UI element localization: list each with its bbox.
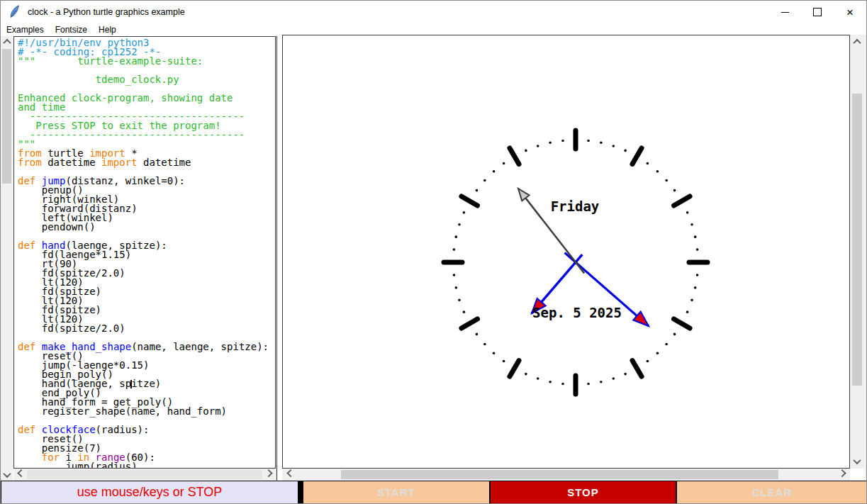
- minute-dot: [561, 383, 564, 386]
- minute-dot: [656, 352, 659, 354]
- code-line: ------------------------------------: [18, 130, 275, 140]
- code-scroll-right-arrow[interactable]: [262, 469, 274, 480]
- minute-dot: [673, 189, 676, 192]
- hour-tick: [632, 148, 642, 164]
- minute-dot: [587, 140, 590, 142]
- chevron-up-icon: [3, 39, 11, 47]
- code-line: jump(radius): [18, 462, 275, 469]
- minute-dot: [458, 299, 461, 302]
- minute-dot: [600, 381, 603, 383]
- minute-dot: [463, 211, 466, 214]
- window-title: clock - a Python turtle graphics example: [28, 1, 185, 23]
- code-vertical-scrollbar[interactable]: [1, 36, 13, 481]
- hour-tick: [674, 196, 690, 206]
- minute-dot: [694, 235, 697, 238]
- minute-dot: [673, 333, 676, 336]
- hour-tick: [462, 319, 478, 328]
- minute-dot: [493, 352, 496, 354]
- stop-button[interactable]: STOP: [491, 481, 676, 503]
- canvas-vertical-scrollbar[interactable]: [850, 35, 864, 469]
- minimize-button[interactable]: [768, 1, 801, 23]
- minute-dot: [454, 286, 457, 289]
- minute-dot: [463, 310, 466, 313]
- minute-dot: [624, 373, 627, 376]
- chevron-down-icon: [853, 457, 861, 464]
- code-line: tdemo_clock.py: [18, 75, 275, 84]
- chevron-right-icon: [838, 469, 846, 477]
- minute-dot: [483, 343, 486, 346]
- minute-dot: [624, 150, 627, 152]
- minute-dot: [549, 381, 552, 383]
- menu-item-help[interactable]: Help: [93, 23, 122, 36]
- maximize-button[interactable]: [801, 1, 834, 23]
- chevron-right-icon: [264, 469, 272, 477]
- close-icon: ×: [846, 6, 854, 18]
- minute-dot: [696, 248, 699, 251]
- close-button[interactable]: ×: [834, 1, 866, 23]
- hour-tick: [632, 361, 642, 377]
- code-scroll-down-arrow[interactable]: [1, 469, 13, 481]
- minute-dot: [696, 274, 699, 276]
- minimize-icon: [781, 12, 789, 13]
- canvas-vscroll-thumb[interactable]: [852, 94, 862, 386]
- turtledemo-window: clock - a Python turtle graphics example…: [0, 0, 867, 504]
- minute-dot: [587, 383, 590, 386]
- minute-dot: [503, 162, 505, 165]
- canvas-scroll-down-arrow[interactable]: [851, 456, 863, 467]
- turtle-canvas[interactable]: FridaySep. 5 2025: [282, 35, 850, 469]
- minute-dot: [476, 189, 479, 192]
- hour-tick: [674, 319, 690, 328]
- code-vscroll-thumb[interactable]: [2, 49, 11, 184]
- hour-tick: [510, 361, 519, 377]
- code-line: register_shape(name, hand_form): [18, 407, 275, 416]
- menu-item-fontsize[interactable]: Fontsize: [50, 23, 93, 36]
- code-text[interactable]: #!/usr/bin/env python3# -*- coding: cp12…: [13, 36, 276, 469]
- code-scroll-left-arrow[interactable]: [15, 469, 27, 480]
- code-scroll-up-arrow[interactable]: [1, 36, 13, 47]
- minute-dot: [600, 141, 603, 144]
- minute-dot: [665, 179, 668, 182]
- chevron-left-icon: [17, 469, 25, 477]
- minute-dot: [453, 274, 456, 276]
- minute-dot: [613, 377, 615, 380]
- title-bar[interactable]: clock - a Python turtle graphics example…: [1, 1, 866, 23]
- minute-dot: [686, 211, 689, 214]
- canvas-hscroll-thumb[interactable]: [341, 470, 778, 479]
- code-horizontal-scrollbar[interactable]: [13, 469, 276, 481]
- canvas-scroll-up-arrow[interactable]: [851, 36, 863, 47]
- canvas-scroll-right-arrow[interactable]: [836, 469, 848, 480]
- minute-dot: [647, 360, 649, 363]
- status-label: use mouse/keys or STOP: [1, 481, 298, 503]
- minute-dot: [525, 373, 527, 376]
- code-line: """ turtle-example-suite:: [18, 57, 275, 66]
- minute-dot: [537, 377, 539, 380]
- menu-item-examples[interactable]: Examples: [1, 23, 50, 36]
- canvas-horizontal-scrollbar[interactable]: [282, 469, 850, 481]
- right-gutter: [864, 35, 867, 480]
- canvas-scroll-left-arrow[interactable]: [284, 469, 296, 480]
- code-line: fd(spitze/2.0): [18, 324, 275, 333]
- python-feather-icon: [9, 5, 21, 19]
- minute-dot: [665, 343, 668, 346]
- minute-dot: [525, 150, 527, 152]
- status-bar: use mouse/keys or STOP START STOP CLEAR: [1, 481, 866, 504]
- code-line: from datetime import datetime: [18, 158, 275, 167]
- code-hscroll-thumb[interactable]: [27, 470, 262, 479]
- minute-dot: [690, 299, 693, 302]
- start-button[interactable]: START: [303, 481, 489, 503]
- chevron-left-icon: [286, 469, 294, 477]
- minute-dot: [454, 235, 457, 238]
- minute-dot: [656, 170, 659, 173]
- clock-date-label: Sep. 5 2025: [532, 305, 622, 320]
- minute-dot: [613, 145, 615, 147]
- hour-tick: [462, 196, 478, 206]
- second-hand-arrowhead: [518, 189, 530, 201]
- chevron-up-icon: [853, 39, 861, 47]
- minute-dot: [537, 145, 539, 147]
- minute-dot: [503, 360, 505, 363]
- clear-button[interactable]: CLEAR: [677, 481, 867, 503]
- chevron-down-icon: [3, 470, 11, 478]
- minute-dot: [686, 310, 689, 313]
- clock-day-label: Friday: [551, 198, 600, 214]
- clock-graphic: FridaySep. 5 2025: [283, 35, 849, 468]
